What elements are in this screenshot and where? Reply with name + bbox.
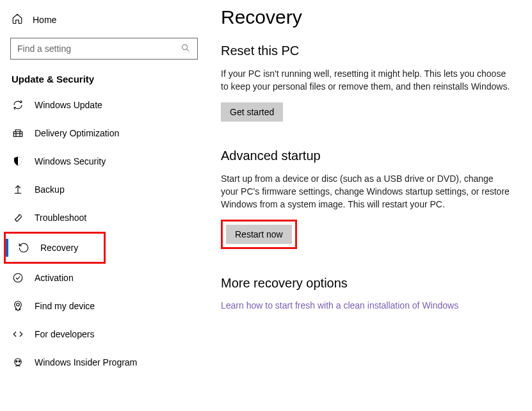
code-icon xyxy=(12,328,24,341)
home-nav[interactable]: Home xyxy=(0,6,208,33)
svg-point-10 xyxy=(17,303,20,307)
reset-heading: Reset this PC xyxy=(221,44,513,58)
svg-point-8 xyxy=(20,215,21,216)
svg-line-1 xyxy=(187,49,189,51)
sidebar-item-label: Find my device xyxy=(35,301,95,311)
svg-point-11 xyxy=(15,309,17,310)
recovery-icon xyxy=(17,241,30,254)
sidebar-item-label: Activation xyxy=(35,273,74,283)
advanced-startup-section: Advanced startup Start up from a device … xyxy=(221,149,513,250)
check-circle-icon xyxy=(12,271,24,284)
main-content: Recovery Reset this PC If your PC isn't … xyxy=(208,0,532,411)
svg-point-12 xyxy=(19,309,20,310)
search-placeholder: Find a setting xyxy=(17,44,71,54)
home-label: Home xyxy=(33,15,56,25)
search-input[interactable]: Find a setting xyxy=(10,38,198,60)
sidebar-item-recovery[interactable]: Recovery xyxy=(6,234,104,262)
sidebar-item-label: Windows Security xyxy=(35,156,106,166)
more-heading: More recovery options xyxy=(221,276,513,291)
sidebar-item-for-developers[interactable]: For developers xyxy=(0,320,208,348)
sidebar-item-activation[interactable]: Activation xyxy=(0,264,208,292)
svg-rect-2 xyxy=(13,132,22,137)
reset-desc: If your PC isn't running well, resetting… xyxy=(221,67,513,93)
insider-icon xyxy=(12,356,24,369)
sidebar-item-label: For developers xyxy=(35,329,94,339)
advanced-desc: Start up from a device or disc (such as … xyxy=(221,172,513,211)
sidebar-item-backup[interactable]: Backup xyxy=(0,175,208,204)
svg-point-14 xyxy=(16,360,17,362)
sidebar-section-label: Update & Security xyxy=(0,60,208,91)
svg-point-9 xyxy=(13,273,22,282)
settings-sidebar: Home Find a setting Update & Security Wi… xyxy=(0,0,208,411)
delivery-icon xyxy=(12,127,24,140)
reset-pc-section: Reset this PC If your PC isn't running w… xyxy=(221,44,513,122)
svg-point-0 xyxy=(182,44,188,49)
sync-icon xyxy=(12,99,24,111)
page-title: Recovery xyxy=(221,6,513,28)
sidebar-item-label: Recovery xyxy=(40,243,78,253)
svg-point-15 xyxy=(19,360,20,362)
shield-icon xyxy=(12,155,24,168)
home-icon xyxy=(12,13,23,26)
restart-now-button[interactable]: Restart now xyxy=(226,225,292,244)
advanced-heading: Advanced startup xyxy=(221,149,513,163)
get-started-button[interactable]: Get started xyxy=(221,102,283,122)
sidebar-item-windows-insider[interactable]: Windows Insider Program xyxy=(0,348,208,376)
fresh-start-link[interactable]: Learn how to start fresh with a clean in… xyxy=(221,300,458,310)
highlight-recovery: Recovery xyxy=(4,232,106,264)
sidebar-item-find-my-device[interactable]: Find my device xyxy=(0,292,208,320)
sidebar-item-label: Backup xyxy=(35,184,65,195)
search-icon xyxy=(181,43,191,55)
sidebar-item-label: Windows Update xyxy=(35,100,102,110)
sidebar-item-delivery-optimization[interactable]: Delivery Optimization xyxy=(0,119,208,147)
sidebar-item-troubleshoot[interactable]: Troubleshoot xyxy=(0,204,208,232)
sidebar-item-windows-security[interactable]: Windows Security xyxy=(0,147,208,175)
sidebar-item-windows-update[interactable]: Windows Update xyxy=(0,91,208,119)
wrench-icon xyxy=(12,211,24,224)
sidebar-item-label: Delivery Optimization xyxy=(35,128,119,138)
sidebar-item-label: Windows Insider Program xyxy=(35,357,137,367)
backup-icon xyxy=(12,183,24,196)
sidebar-item-label: Troubleshoot xyxy=(35,213,86,223)
more-recovery-section: More recovery options Learn how to start… xyxy=(221,276,513,311)
highlight-restart: Restart now xyxy=(221,220,297,249)
location-icon xyxy=(12,300,24,312)
